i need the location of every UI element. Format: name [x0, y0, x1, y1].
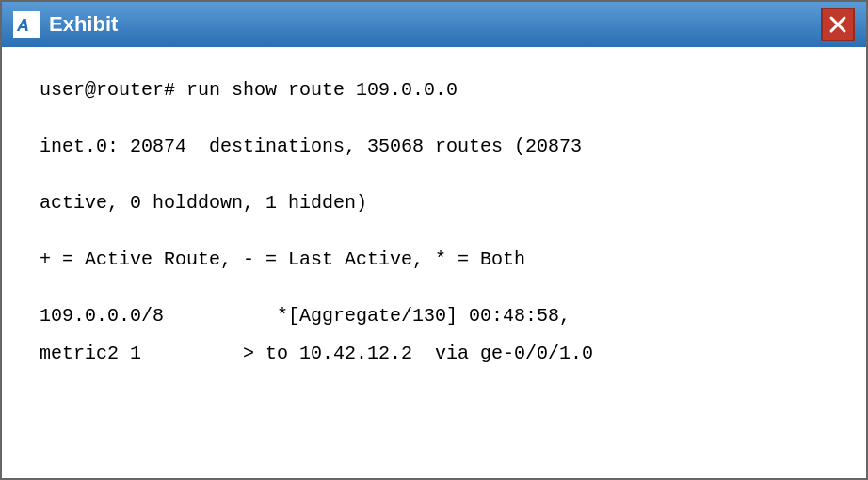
title-bar-left: A Exhibit	[13, 11, 118, 38]
terminal-line-3: active, 0 holddown, 1 hidden)	[40, 188, 828, 218]
close-button[interactable]	[821, 8, 855, 41]
terminal-line-5: 109.0.0.0/8 *[Aggregate/130] 00:48:58,	[40, 301, 828, 331]
svg-text:A: A	[16, 16, 29, 35]
terminal-content: user@router# run show route 109.0.0.0 in…	[2, 47, 866, 478]
window-title: Exhibit	[49, 12, 118, 37]
terminal-line-1: user@router# run show route 109.0.0.0	[40, 75, 828, 105]
terminal-line-6: metric2 1 > to 10.42.12.2 via ge-0/0/1.0	[40, 339, 828, 369]
exhibit-window: A Exhibit user@router# run show route 10…	[0, 0, 868, 480]
terminal-line-4: + = Active Route, - = Last Active, * = B…	[40, 245, 828, 275]
terminal-line-2: inet.0: 20874 destinations, 35068 routes…	[40, 132, 828, 162]
app-icon: A	[13, 11, 40, 38]
title-bar: A Exhibit	[2, 2, 866, 47]
